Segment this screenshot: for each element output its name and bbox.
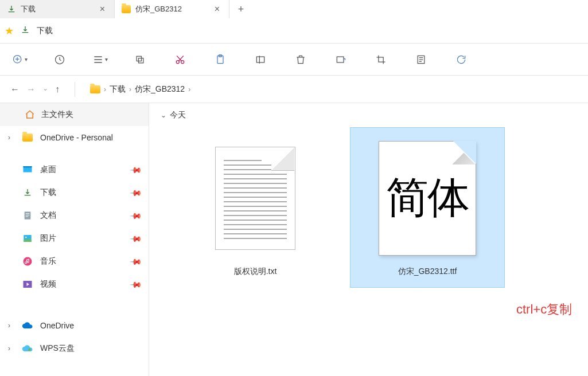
download-icon bbox=[21, 25, 30, 37]
tab-downloads[interactable]: 下载 × bbox=[0, 0, 115, 18]
cut-button[interactable] bbox=[171, 50, 189, 69]
sidebar-label: OneDrive bbox=[40, 321, 74, 330]
sidebar-label: 图片 bbox=[40, 233, 56, 244]
sidebar-item-documents[interactable]: 文档 📌 bbox=[0, 204, 149, 227]
properties-button[interactable] bbox=[412, 50, 430, 69]
folder-icon bbox=[90, 85, 100, 93]
separator bbox=[75, 82, 75, 97]
sidebar-label: WPS云盘 bbox=[40, 343, 75, 354]
up-button[interactable]: ↑ bbox=[55, 84, 60, 95]
breadcrumb-item[interactable]: 下载 bbox=[110, 84, 126, 95]
favorites-bar: ★ 下载 bbox=[0, 18, 588, 44]
pin-icon[interactable]: 📌 bbox=[129, 232, 142, 245]
chevron-right-icon[interactable]: › bbox=[8, 344, 15, 352]
history-button[interactable] bbox=[50, 50, 69, 69]
sidebar-item-music[interactable]: 音乐 📌 bbox=[0, 250, 149, 273]
sidebar-item-onedrive-personal[interactable]: › OneDrive - Personal bbox=[0, 126, 149, 149]
tab-fangsong[interactable]: 仿宋_GB2312 × bbox=[115, 0, 229, 18]
chevron-right-icon: › bbox=[104, 85, 106, 93]
forward-button[interactable]: → bbox=[26, 84, 36, 95]
share-button[interactable] bbox=[332, 50, 350, 69]
breadcrumb-item[interactable]: 仿宋_GB2312 bbox=[135, 84, 185, 95]
back-button[interactable]: ← bbox=[10, 84, 20, 95]
sidebar-label: 桌面 bbox=[40, 164, 56, 175]
sidebar-item-pictures[interactable]: 图片 📌 bbox=[0, 227, 149, 250]
video-icon bbox=[22, 279, 33, 290]
favorite-label[interactable]: 下载 bbox=[37, 26, 53, 36]
svg-rect-8 bbox=[256, 57, 264, 62]
toolbar: ▾ ▾ bbox=[0, 44, 588, 76]
sidebar-item-onedrive[interactable]: › OneDrive bbox=[0, 314, 149, 337]
sidebar-item-home[interactable]: 主文件夹 bbox=[0, 103, 149, 126]
svg-rect-14 bbox=[26, 213, 30, 214]
cloud-icon bbox=[22, 343, 33, 354]
group-label: 今天 bbox=[170, 110, 186, 120]
close-icon[interactable]: × bbox=[98, 4, 107, 14]
sidebar-item-downloads[interactable]: 下载 📌 bbox=[0, 181, 149, 204]
folder-icon bbox=[22, 132, 33, 143]
sidebar: 主文件夹 › OneDrive - Personal 桌面 📌 下载 📌 bbox=[0, 103, 149, 376]
download-icon bbox=[7, 5, 16, 14]
refresh-button[interactable] bbox=[452, 50, 470, 69]
nav-row: ← → ⌄ ↑ › 下载 › 仿宋_GB2312 › bbox=[0, 76, 588, 103]
list-button[interactable]: ▾ bbox=[91, 50, 109, 69]
home-icon bbox=[24, 109, 36, 120]
breadcrumb[interactable]: › 下载 › 仿宋_GB2312 › bbox=[90, 84, 190, 95]
annotation-text: ctrl+c复制 bbox=[516, 301, 572, 318]
tab-label: 仿宋_GB2312 bbox=[135, 4, 208, 14]
sidebar-label: 文档 bbox=[40, 210, 56, 221]
folder-icon bbox=[122, 5, 131, 14]
star-icon[interactable]: ★ bbox=[5, 25, 14, 37]
tab-label: 下载 bbox=[21, 4, 93, 14]
svg-rect-16 bbox=[26, 216, 29, 217]
group-header-today[interactable]: ⌄ 今天 bbox=[161, 110, 577, 120]
delete-button[interactable] bbox=[291, 50, 310, 69]
chevron-down-icon: ⌄ bbox=[161, 111, 166, 119]
pin-icon[interactable]: 📌 bbox=[129, 277, 142, 291]
document-icon bbox=[22, 210, 33, 221]
sidebar-label: 主文件夹 bbox=[41, 109, 73, 120]
svg-rect-3 bbox=[139, 58, 143, 62]
file-name: 版权说明.txt bbox=[234, 267, 277, 277]
chevron-right-icon: › bbox=[188, 85, 190, 93]
pin-icon[interactable]: 📌 bbox=[129, 186, 142, 199]
sidebar-item-wps-cloud[interactable]: › WPS云盘 bbox=[0, 337, 149, 360]
crop-button[interactable] bbox=[372, 50, 390, 69]
chevron-right-icon[interactable]: › bbox=[8, 322, 15, 330]
sidebar-label: 视频 bbox=[40, 279, 56, 289]
font-file-icon: 简体 bbox=[379, 138, 476, 258]
sidebar-label: OneDrive - Personal bbox=[40, 133, 113, 142]
sidebar-item-videos[interactable]: 视频 📌 bbox=[0, 273, 149, 296]
music-icon bbox=[22, 256, 33, 267]
new-tab-button[interactable]: + bbox=[229, 0, 252, 18]
copy-button[interactable] bbox=[131, 50, 149, 69]
svg-rect-2 bbox=[137, 56, 141, 61]
chevron-right-icon: › bbox=[129, 85, 131, 93]
picture-icon bbox=[22, 233, 33, 244]
sidebar-item-desktop[interactable]: 桌面 📌 bbox=[0, 158, 149, 181]
file-name: 仿宋_GB2312.ttf bbox=[398, 267, 457, 277]
svg-rect-15 bbox=[26, 215, 30, 216]
recent-button[interactable]: ⌄ bbox=[42, 84, 48, 95]
cloud-icon bbox=[22, 320, 33, 331]
pin-icon[interactable]: 📌 bbox=[129, 209, 142, 222]
txt-file-icon bbox=[207, 138, 304, 258]
desktop-icon bbox=[22, 164, 33, 175]
download-icon bbox=[22, 187, 33, 198]
sidebar-label: 下载 bbox=[40, 187, 56, 198]
rename-button[interactable] bbox=[251, 50, 270, 69]
close-icon[interactable]: × bbox=[212, 4, 222, 14]
svg-rect-12 bbox=[24, 166, 32, 167]
pin-icon[interactable]: 📌 bbox=[129, 254, 142, 268]
paste-button[interactable] bbox=[211, 50, 229, 69]
file-item-font[interactable]: 简体 仿宋_GB2312.ttf bbox=[350, 127, 505, 288]
file-pane[interactable]: ⌄ 今天 版权说明.txt bbox=[149, 103, 588, 376]
new-button[interactable]: ▾ bbox=[10, 50, 29, 69]
file-item-txt[interactable]: 版权说明.txt bbox=[178, 127, 333, 288]
svg-rect-9 bbox=[337, 57, 344, 62]
chevron-right-icon[interactable]: › bbox=[8, 134, 15, 142]
tab-bar: 下载 × 仿宋_GB2312 × + bbox=[0, 0, 588, 18]
pin-icon[interactable]: 📌 bbox=[129, 163, 142, 176]
svg-point-18 bbox=[25, 237, 27, 238]
svg-point-21 bbox=[28, 348, 31, 351]
